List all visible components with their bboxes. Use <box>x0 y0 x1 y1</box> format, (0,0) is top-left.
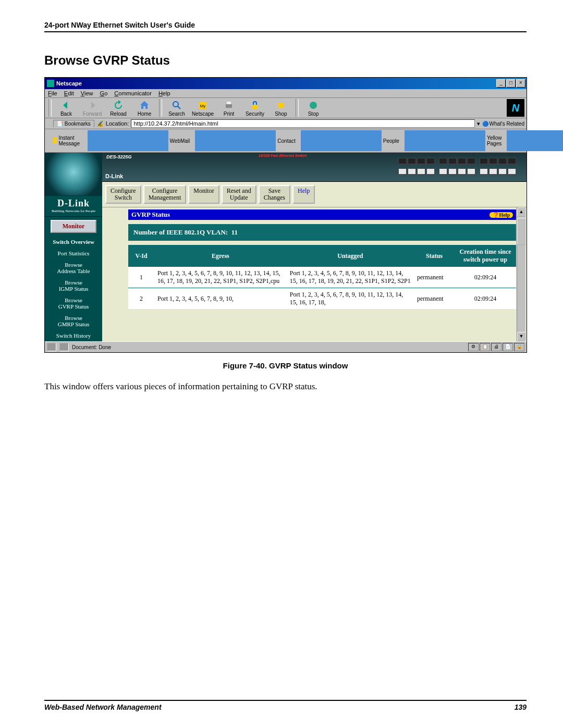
cell-creation: 02:09:24 <box>455 288 516 310</box>
tray-icon[interactable]: 📋 <box>480 343 490 351</box>
window-titlebar: Netscape _□× <box>45 78 527 89</box>
menu-go[interactable]: Go <box>100 90 108 96</box>
tray-icon[interactable]: 🔒 <box>514 343 524 351</box>
page-content: D-Link Building Networks for People Moni… <box>45 153 527 341</box>
shop-button[interactable]: Shop <box>268 100 294 117</box>
col-egress: Egress <box>154 245 287 267</box>
bookmarks-button[interactable]: 📑 Bookmarks <box>53 120 94 127</box>
cell-untagged: Port 1, 2, 3, 4, 5, 6, 7, 8, 9, 10, 11, … <box>287 267 414 288</box>
page-footer: Web-Based Network Management 139 <box>44 700 527 711</box>
nav-save-changes[interactable]: Save Changes <box>259 185 290 204</box>
menu-edit[interactable]: Edit <box>64 90 74 96</box>
personal-toolbar: Instant Message WebMail Contact People Y… <box>45 129 527 153</box>
home-button[interactable]: Home <box>131 100 157 117</box>
maximize-button[interactable]: □ <box>506 79 516 88</box>
table-header-row: V-Id Egress Untagged Status Creation tim… <box>128 245 516 267</box>
side-link-overview[interactable]: Switch Overview <box>45 236 102 248</box>
menu-file[interactable]: File <box>48 90 57 96</box>
col-creation: Creation time since switch power up <box>455 245 516 267</box>
cell-vid: 2 <box>128 288 154 310</box>
nav-configure-mgmt[interactable]: Configure Management <box>143 185 187 204</box>
body-paragraph: This window offers various pieces of inf… <box>44 381 527 392</box>
reload-button[interactable]: Reload <box>105 100 131 117</box>
forward-button[interactable]: Forward <box>79 100 105 117</box>
table-row: 2 Port 1, 2, 3, 4, 5, 6, 7, 8, 9, 10, Po… <box>128 288 516 310</box>
menu-communicator[interactable]: Communicator <box>114 90 152 96</box>
scroll-up-button[interactable]: ▲ <box>517 207 525 217</box>
cell-status: permanent <box>414 267 455 288</box>
nav-monitor[interactable]: Monitor <box>188 185 219 204</box>
search-button[interactable]: Search <box>164 100 190 117</box>
vertical-scrollbar[interactable]: ▲ ▼ <box>517 207 525 341</box>
sidebar: D-Link Building Networks for People Moni… <box>45 153 102 341</box>
link-webmail[interactable]: WebMail <box>88 130 190 151</box>
monitor-button[interactable]: Monitor <box>51 220 96 233</box>
section-title: Browse GVRP Status <box>44 53 527 68</box>
location-label: Location: <box>106 120 129 127</box>
globe-image <box>45 153 102 196</box>
side-link-igmp[interactable]: Browse IGMP Status <box>45 277 102 294</box>
link-download[interactable]: Download <box>507 130 563 151</box>
menu-help[interactable]: Help <box>158 90 170 96</box>
panel-header: GVRP Status ❓Help <box>128 209 516 220</box>
scroll-thumb[interactable] <box>517 218 525 245</box>
side-link-address-table[interactable]: Browse Address Table <box>45 259 102 277</box>
minimize-button[interactable]: _ <box>496 79 506 88</box>
link-instant-message[interactable]: Instant Message <box>53 135 82 146</box>
back-button[interactable]: Back <box>53 100 79 117</box>
nav-help[interactable]: Help <box>292 185 315 204</box>
vlan-count-row: Number of IEEE 802.1Q VLAN: 11 <box>128 224 516 241</box>
close-button[interactable]: × <box>516 79 525 88</box>
panel-title-text: GVRP Status <box>131 211 170 219</box>
footer-page-number: 139 <box>515 703 527 711</box>
figure-caption: Figure 7-40. GVRP Status window <box>44 361 527 370</box>
status-icon <box>59 343 69 351</box>
device-brand: D-Link <box>105 173 123 179</box>
location-input[interactable]: http://10.24.37.2/html/Hmain.html <box>131 119 474 128</box>
status-icon <box>47 343 56 351</box>
svg-rect-4 <box>227 102 231 104</box>
statusbar: Document: Done ⚙ 📋 🖨 📄 🔒 <box>45 341 527 352</box>
brand-logo: D-Link <box>45 196 102 209</box>
tray-icon[interactable]: ⚙ <box>468 343 479 351</box>
nav-reset-update[interactable]: Reset and Update <box>222 185 256 204</box>
stop-button[interactable]: Stop <box>300 100 326 117</box>
main-area: DES-3225G 10/100 Fast Ethernet Switch D-… <box>102 153 527 341</box>
panel-help-button[interactable]: ❓Help <box>489 212 513 218</box>
device-image: DES-3225G 10/100 Fast Ethernet Switch D-… <box>102 153 527 182</box>
netscape-button[interactable]: MyNetscape <box>190 100 216 117</box>
cell-vid: 1 <box>128 267 154 288</box>
side-link-history[interactable]: Switch History <box>45 330 102 341</box>
window-title: Netscape <box>56 80 496 87</box>
status-text: Document: Done <box>72 344 465 350</box>
link-contact[interactable]: Contact <box>195 130 295 151</box>
cell-egress: Port 1, 2, 3, 4, 5, 6, 7, 8, 9, 10, 11, … <box>154 267 287 288</box>
tray-icon[interactable]: 🖨 <box>491 343 501 351</box>
nav-configure-switch[interactable]: Configure Switch <box>105 185 141 204</box>
scroll-down-button[interactable]: ▼ <box>517 332 525 341</box>
side-link-gmrp[interactable]: Browse GMRP Status <box>45 312 102 330</box>
side-link-gvrp[interactable]: Browse GVRP Status <box>45 294 102 312</box>
svg-text:My: My <box>200 104 206 108</box>
security-button[interactable]: Security <box>242 100 268 117</box>
side-link-port-stats[interactable]: Port Statistics <box>45 248 102 259</box>
menu-view[interactable]: View <box>81 90 93 96</box>
app-icon <box>47 80 54 87</box>
window-controls: _□× <box>496 79 525 88</box>
gvrp-table: V-Id Egress Untagged Status Creation tim… <box>128 245 516 309</box>
location-dropdown[interactable]: ▾ <box>477 120 480 127</box>
main-nav: Configure Switch Configure Management Mo… <box>102 182 527 207</box>
whats-related-button[interactable]: 🔵 What's Related <box>482 121 525 127</box>
svg-rect-5 <box>252 105 258 109</box>
svg-point-6 <box>310 102 317 109</box>
print-button[interactable]: Print <box>216 100 242 117</box>
svg-rect-3 <box>226 104 232 108</box>
link-people[interactable]: People <box>301 130 399 151</box>
device-model: DES-3225G <box>106 154 132 159</box>
svg-point-0 <box>173 102 178 107</box>
status-tray: ⚙ 📋 🖨 📄 🔒 <box>468 343 524 351</box>
tray-icon[interactable]: 📄 <box>503 343 513 351</box>
cell-untagged: Port 1, 2, 3, 4, 5, 6, 7, 8, 9, 10, 11, … <box>287 288 414 310</box>
link-yellow-pages[interactable]: Yellow Pages <box>405 130 502 151</box>
browser-window: Netscape _□× File Edit View Go Communica… <box>44 77 527 353</box>
